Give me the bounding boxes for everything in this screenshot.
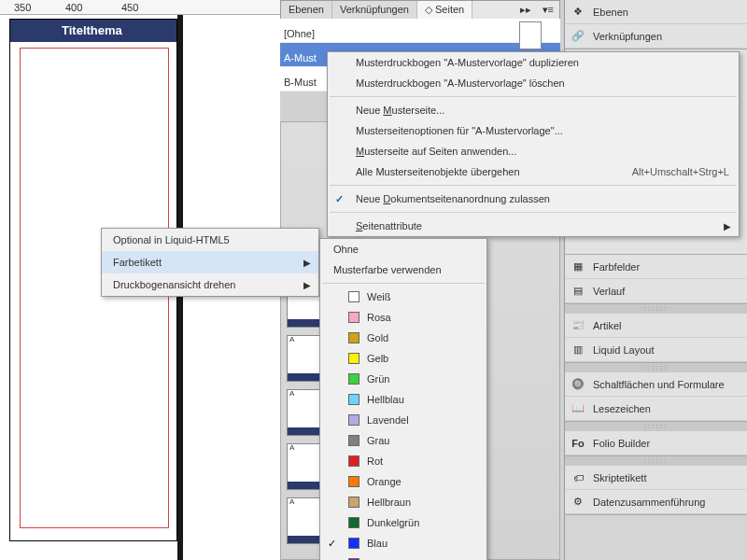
page-thumb[interactable]: A: [287, 497, 320, 544]
page-thumb[interactable]: A: [287, 443, 320, 490]
menu-optional-liquid[interactable]: Optional in Liquid-HTML5: [102, 229, 318, 251]
page-attributes-submenu: Optional in Liquid-HTML5 Farbetikett ▶ D…: [101, 228, 319, 297]
dock-label: Verlauf: [593, 286, 625, 297]
links-icon: 🔗: [571, 29, 585, 44]
color-option-orange[interactable]: Orange: [320, 471, 486, 492]
dock-farbfelder[interactable]: ▦ Farbfelder: [565, 255, 747, 279]
menu-new-master[interactable]: Neue Musterseite...: [328, 100, 739, 120]
color-option-blau[interactable]: ✓Blau: [320, 533, 486, 553]
dock-verlauf[interactable]: ▤ Verlauf: [565, 279, 747, 303]
panel-collapse-icon[interactable]: ▸▸: [514, 1, 537, 19]
panel-menu-icon[interactable]: ▾≡: [537, 1, 559, 19]
color-swatch: [348, 373, 359, 385]
page-thumb[interactable]: A: [287, 389, 320, 436]
dock-gripper[interactable]: ::::::: [565, 304, 747, 314]
menu-separator: [330, 96, 737, 97]
color-option-violett[interactable]: Violett: [320, 553, 486, 560]
color-option-grün[interactable]: Grün: [320, 369, 486, 389]
color-option-hellblau[interactable]: Hellblau: [320, 389, 486, 410]
color-use-master[interactable]: Musterfarbe verwenden: [320, 259, 486, 280]
pages-panel-context-menu: Musterdruckbogen "A-Mustervorlage" dupli…: [327, 51, 740, 237]
menu-rotate-spread[interactable]: Druckbogenansicht drehen ▶: [102, 273, 318, 296]
dock-artikel[interactable]: 📰 Artikel: [565, 314, 747, 338]
check-icon: ✓: [335, 193, 344, 205]
menu-separator: [330, 185, 737, 186]
menu-color-label[interactable]: Farbetikett ▶: [102, 251, 318, 273]
menu-page-attributes[interactable]: Seitenattribute ▶: [328, 216, 739, 236]
submenu-arrow-icon: ▶: [303, 280, 311, 290]
color-label: Gelb: [367, 353, 388, 364]
menu-apply-master[interactable]: Musterseite auf Seiten anwenden...: [328, 141, 739, 161]
dock-gripper[interactable]: ::::::: [565, 422, 747, 431]
menu-delete-master[interactable]: Musterdruckbogen "A-Mustervorlage" lösch…: [328, 73, 739, 93]
check-icon: ✓: [328, 538, 336, 550]
dock-folio[interactable]: Fo Folio Builder: [565, 431, 747, 455]
tab-ebenen[interactable]: Ebenen: [281, 1, 332, 19]
color-option-hellbraun[interactable]: Hellbraun: [320, 492, 486, 512]
menu-label: Druckbogenansicht drehen: [113, 279, 235, 290]
script-label-icon: 🏷: [571, 470, 585, 485]
dock-gripper[interactable]: ::::::: [565, 363, 747, 372]
page-thumb[interactable]: A: [287, 335, 320, 382]
color-option-lavendel[interactable]: Lavendel: [320, 410, 486, 430]
color-option-rot[interactable]: Rot: [320, 451, 486, 471]
color-label: Rot: [367, 455, 383, 467]
color-label: Hellbraun: [367, 497, 411, 508]
color-label: Dunkelgrün: [367, 517, 419, 528]
dock-label: Folio Builder: [593, 438, 650, 449]
dock-label: Datenzusammenführung: [593, 497, 705, 508]
color-swatch: [348, 353, 359, 364]
master-none[interactable]: [Ohne]: [280, 19, 560, 43]
color-option-dunkelgrün[interactable]: Dunkelgrün: [320, 512, 486, 533]
color-swatch: [348, 476, 359, 487]
ruler-tick: 450: [121, 2, 138, 13]
dock-daten[interactable]: ⚙ Datenzusammenführung: [565, 490, 747, 514]
color-option-rosa[interactable]: Rosa: [320, 307, 486, 328]
data-merge-icon: ⚙: [571, 495, 585, 510]
menu-master-options[interactable]: Musterseitenoptionen für "A-Mustervorlag…: [328, 120, 739, 141]
article-icon: 📰: [571, 318, 585, 333]
menu-separator: [322, 283, 485, 284]
color-label: Weiß: [367, 291, 390, 302]
color-label: Orange: [367, 476, 402, 487]
horizontal-ruler: 350 400 450: [0, 0, 280, 15]
color-option-gelb[interactable]: Gelb: [320, 348, 486, 369]
dock-liquid[interactable]: ▥ Liquid Layout: [565, 338, 747, 362]
color-label: Rosa: [367, 312, 391, 323]
color-option-weiß[interactable]: Weiß: [320, 287, 486, 307]
submenu-arrow-icon: ▶: [724, 221, 731, 231]
color-swatch: [348, 497, 359, 508]
dock-verknuepfungen[interactable]: 🔗 Verknüpfungen: [565, 24, 747, 49]
dock-lesezeichen[interactable]: 📖 Lesezeichen: [565, 397, 747, 421]
color-label: Hellblau: [367, 394, 404, 405]
color-swatch: [348, 435, 359, 446]
dock-ebenen[interactable]: ❖ Ebenen: [565, 0, 747, 24]
color-swatch: [348, 291, 359, 302]
color-none[interactable]: Ohne: [320, 239, 486, 259]
color-swatch: [348, 332, 359, 343]
menu-allow-shuffle[interactable]: ✓ Neue Dokumentseitenanordnung zulassen: [328, 189, 739, 209]
dock-gripper[interactable]: ::::::: [565, 456, 747, 466]
buttons-icon: 🔘: [571, 377, 585, 392]
color-option-gold[interactable]: Gold: [320, 328, 486, 348]
color-option-grau[interactable]: Grau: [320, 430, 486, 451]
menu-separator: [330, 212, 737, 213]
ruler-tick: 350: [14, 2, 31, 13]
master-none-thumb[interactable]: [519, 21, 542, 49]
menu-override-all[interactable]: Alle Musterseitenobjekte übergehen Alt+U…: [328, 161, 739, 182]
tab-seiten-label: Seiten: [435, 4, 464, 15]
dock-label: Farbfelder: [593, 261, 640, 273]
dock-schalt[interactable]: 🔘 Schaltflächen und Formulare: [565, 372, 747, 397]
tab-seiten[interactable]: ◇ Seiten: [417, 1, 472, 19]
menu-label: Alle Musterseitenobjekte übergehen: [356, 166, 520, 177]
tab-verknuepfungen[interactable]: Verknüpfungen: [332, 1, 417, 19]
color-label: Blau: [367, 538, 388, 549]
color-label: Grün: [367, 373, 389, 385]
menu-duplicate-master[interactable]: Musterdruckbogen "A-Mustervorlage" dupli…: [328, 52, 739, 73]
page-title-block: Titelthema: [10, 20, 176, 42]
color-swatch: [348, 414, 359, 426]
dock-label: Artikel: [593, 320, 622, 331]
dock-skriptetikett[interactable]: 🏷 Skriptetikett: [565, 466, 747, 490]
dock-label: Ebenen: [593, 7, 628, 18]
ruler-tick: 400: [65, 2, 82, 13]
